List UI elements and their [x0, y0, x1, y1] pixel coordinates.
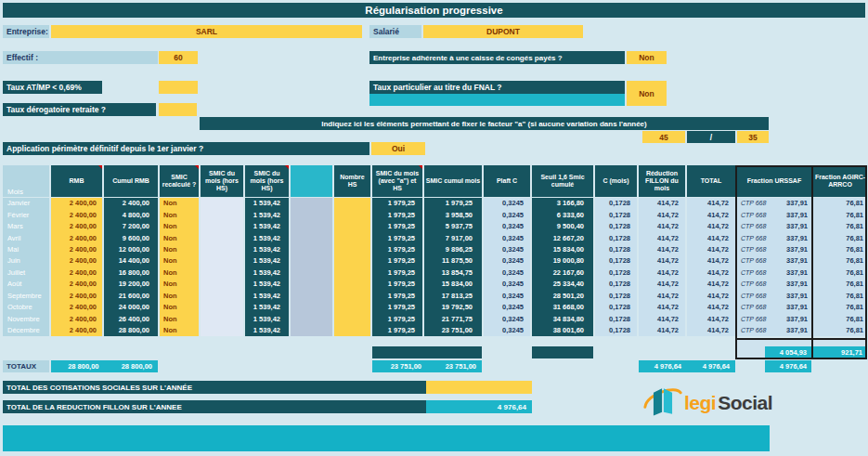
cell--h1[interactable]	[201, 220, 243, 231]
cell-urssaf[interactable]: CTP 668337,91	[737, 313, 811, 324]
cell-rmb[interactable]: 2 400,00	[51, 267, 102, 278]
cell-smic-hors_hs[interactable]: 1 539,42	[245, 267, 289, 278]
cell-recalcule[interactable]: Non	[160, 198, 199, 209]
cell-rmb[interactable]: 2 400,00	[51, 232, 102, 243]
cell-urssaf[interactable]: CTP 668337,91	[737, 243, 811, 254]
cell--nbhs[interactable]	[334, 232, 370, 243]
cell--h1[interactable]	[201, 313, 243, 324]
cell-agirc[interactable]: 76,81	[813, 243, 867, 254]
entreprise-field[interactable]: SARL	[51, 25, 362, 38]
effectif-field[interactable]: 60	[159, 51, 198, 64]
cell--h1[interactable]	[201, 243, 243, 254]
cell-urssaf[interactable]: CTP 668337,91	[737, 267, 811, 278]
cell-plaft-c[interactable]: 0,3245	[484, 243, 530, 254]
cell-c-mois[interactable]: 0,1728	[595, 267, 637, 278]
cell-smic-hors_hs[interactable]: 1 539,42	[245, 232, 289, 243]
cell--h1[interactable]	[201, 324, 243, 335]
cell--blank[interactable]	[291, 243, 332, 254]
cell-agirc[interactable]: 76,81	[813, 255, 867, 267]
cell-seuil[interactable]: 15 834,00	[532, 243, 593, 254]
cell-smic-avec_a[interactable]: 1 979,25	[372, 255, 422, 267]
cell-smic-avec_a[interactable]: 1 979,25	[372, 198, 422, 209]
totaux-urssaf[interactable]: 4 976,64	[765, 360, 811, 372]
fraction-agirc-total[interactable]: 921,71	[813, 346, 867, 358]
cell-mois[interactable]: Septembre	[3, 290, 49, 301]
cell-cumul-rmb[interactable]: 26 400,00	[104, 313, 158, 324]
cell--blank[interactable]	[291, 209, 332, 220]
cell-plaft-c[interactable]: 0,3245	[484, 290, 530, 301]
cell-smic-hors_hs[interactable]: 1 539,42	[245, 209, 289, 220]
cell-total[interactable]: 414,72	[687, 301, 735, 312]
cell-smic-hors_hs[interactable]: 1 539,42	[245, 313, 289, 324]
cell-recalcule[interactable]: Non	[160, 324, 199, 335]
derogatoire-field[interactable]	[159, 103, 197, 116]
cell-mois[interactable]: Août	[3, 279, 49, 290]
cell-total[interactable]: 414,72	[687, 220, 735, 231]
cell-reduction[interactable]: 414,72	[639, 301, 685, 312]
cell-smic-avec_a[interactable]: 1 979,25	[372, 301, 422, 312]
cell--nbhs[interactable]	[334, 301, 370, 312]
cell-plaft-c[interactable]: 0,3245	[484, 209, 530, 220]
cell-smic-cumul[interactable]: 15 834,00	[424, 279, 482, 290]
cell-recalcule[interactable]: Non	[160, 290, 199, 301]
cell--h1[interactable]	[201, 198, 243, 209]
cell-rmb[interactable]: 2 400,00	[51, 198, 102, 209]
cell--blank[interactable]	[291, 301, 332, 312]
cell-rmb[interactable]: 2 400,00	[51, 324, 102, 335]
cell-recalcule[interactable]: Non	[160, 313, 199, 324]
cell-total[interactable]: 414,72	[687, 198, 735, 209]
perimetre-field[interactable]: Oui	[371, 142, 425, 155]
cell--h1[interactable]	[201, 255, 243, 267]
cell-c-mois[interactable]: 0,1728	[595, 255, 637, 267]
cell-smic-cumul[interactable]: 19 792,50	[424, 301, 482, 312]
cell-seuil[interactable]: 12 667,20	[532, 232, 593, 243]
facteur-denominator-field[interactable]: 35	[737, 131, 769, 143]
cell-reduction[interactable]: 414,72	[639, 324, 685, 335]
cell-mois[interactable]: Novembre	[3, 313, 49, 324]
cell-agirc[interactable]: 76,81	[813, 267, 867, 278]
cell-smic-hors_hs[interactable]: 1 539,42	[245, 243, 289, 254]
cell-rmb[interactable]: 2 400,00	[51, 313, 102, 324]
cell-total[interactable]: 414,72	[687, 255, 735, 267]
fraction-urssaf-total[interactable]: 4 054,93	[765, 346, 811, 358]
cell--nbhs[interactable]	[334, 279, 370, 290]
cell-rmb[interactable]: 2 400,00	[51, 220, 102, 231]
cell-cumul-rmb[interactable]: 9 600,00	[104, 232, 158, 243]
salarie-field[interactable]: DUPONT	[423, 25, 583, 38]
cell--nbhs[interactable]	[334, 243, 370, 254]
cell-mois[interactable]: Mars	[3, 220, 49, 231]
cell-recalcule[interactable]: Non	[160, 209, 199, 220]
cell-total[interactable]: 414,72	[687, 279, 735, 290]
cell--h1[interactable]	[201, 290, 243, 301]
cell-cumul-rmb[interactable]: 14 400,00	[104, 255, 158, 267]
cell-recalcule[interactable]: Non	[160, 232, 199, 243]
cell-total[interactable]: 414,72	[687, 313, 735, 324]
cell-urssaf[interactable]: CTP 668337,91	[737, 255, 811, 267]
cell-c-mois[interactable]: 0,1728	[595, 279, 637, 290]
cell--h1[interactable]	[201, 279, 243, 290]
cell-urssaf[interactable]: CTP 668337,91	[737, 324, 811, 335]
cell-cumul-rmb[interactable]: 16 800,00	[104, 267, 158, 278]
cell-plaft-c[interactable]: 0,3245	[484, 267, 530, 278]
cell-plaft-c[interactable]: 0,3245	[484, 324, 530, 335]
cell-c-mois[interactable]: 0,1728	[595, 209, 637, 220]
cell-mois[interactable]: Mai	[3, 243, 49, 254]
cell-urssaf[interactable]: CTP 668337,91	[737, 290, 811, 301]
cell-seuil[interactable]: 19 000,80	[532, 255, 593, 267]
cell-smic-avec_a[interactable]: 1 979,25	[372, 209, 422, 220]
cell-reduction[interactable]: 414,72	[639, 290, 685, 301]
cell-agirc[interactable]: 76,81	[813, 313, 867, 324]
cell-smic-cumul[interactable]: 9 896,25	[424, 243, 482, 254]
cell-smic-avec_a[interactable]: 1 979,25	[372, 243, 422, 254]
cell-seuil[interactable]: 38 001,60	[532, 324, 593, 335]
cell--blank[interactable]	[291, 220, 332, 231]
cell-seuil[interactable]: 3 166,80	[532, 198, 593, 209]
cell-cumul-rmb[interactable]: 28 800,00	[104, 324, 158, 335]
cell-cumul-rmb[interactable]: 12 000,00	[104, 243, 158, 254]
cell-mois[interactable]: Juin	[3, 255, 49, 267]
cell--nbhs[interactable]	[334, 220, 370, 231]
cell-agirc[interactable]: 76,81	[813, 198, 867, 209]
cell-reduction[interactable]: 414,72	[639, 267, 685, 278]
cell-agirc[interactable]: 76,81	[813, 232, 867, 243]
cell-smic-hors_hs[interactable]: 1 539,42	[245, 220, 289, 231]
